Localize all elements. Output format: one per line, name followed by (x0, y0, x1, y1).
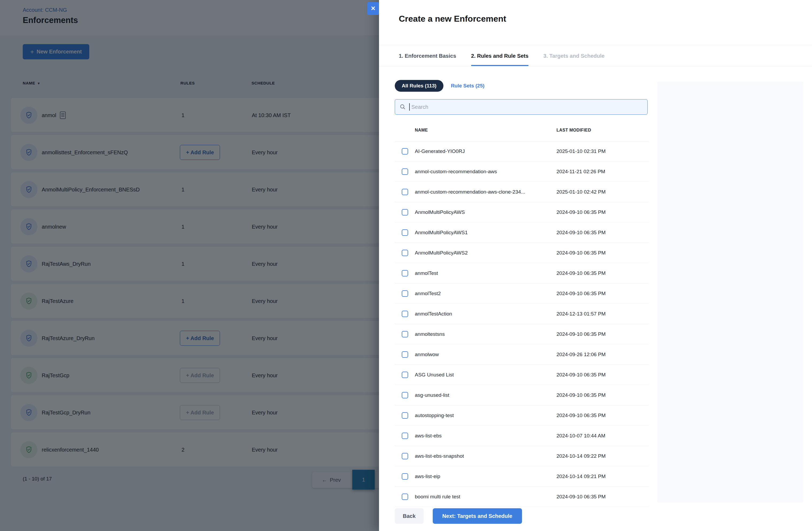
rule-row[interactable]: AnmolMultiPolicyAWS2024-09-10 06:35 PM (395, 202, 649, 223)
rule-name: asg-unused-list (415, 392, 449, 398)
text-cursor (409, 103, 410, 111)
rule-last-modified: 2024-12-13 01:57 PM (556, 311, 606, 317)
rule-name: aws-list-ebs-snapshot (415, 453, 464, 459)
rule-row[interactable]: anmoltestsns2024-09-10 06:35 PM (395, 324, 649, 344)
rule-last-modified: 2025-01-10 02:42 PM (556, 189, 606, 195)
rule-checkbox[interactable] (402, 493, 408, 500)
rule-row[interactable]: anmolwow2024-09-26 12:06 PM (395, 344, 649, 365)
rule-row[interactable]: aws-list-ebs2024-10-07 10:44 AM (395, 426, 649, 446)
search-input[interactable] (411, 104, 647, 111)
rule-checkbox[interactable] (402, 189, 408, 195)
search-icon (400, 104, 406, 110)
rule-name: ASG Unused List (415, 372, 454, 378)
drawer-footer: Back Next: Targets and Schedule (395, 508, 522, 524)
rule-last-modified: 2024-09-10 06:35 PM (556, 209, 606, 215)
rule-row[interactable]: ASG Unused List2024-09-10 06:35 PM (395, 365, 649, 385)
rule-name: AI-Generated-YIO0RJ (415, 148, 465, 154)
close-icon[interactable]: ✕ (367, 2, 379, 15)
rule-checkbox[interactable] (402, 311, 408, 317)
rules-filter-toggle: All Rules (113) Rule Sets (25) (395, 80, 484, 92)
selected-rules-panel (657, 82, 803, 503)
rule-checkbox[interactable] (402, 412, 408, 419)
rule-checkbox[interactable] (402, 169, 408, 175)
tab-targets-and-schedule[interactable]: 3. Targets and Schedule (543, 45, 605, 66)
rule-sets-link[interactable]: Rule Sets (25) (451, 83, 484, 89)
rule-last-modified: 2024-09-10 06:35 PM (556, 331, 606, 337)
rule-last-modified: 2024-09-10 06:35 PM (556, 250, 606, 256)
rule-name: autostopping-test (415, 413, 454, 418)
rule-row[interactable]: anmol-custom-recommendation-aws-clone-23… (395, 182, 649, 202)
rule-checkbox[interactable] (402, 372, 408, 378)
rule-row[interactable]: aws-list-ebs-snapshot2024-10-14 09:22 PM (395, 446, 649, 466)
rule-checkbox[interactable] (402, 433, 408, 439)
rule-name: anmolTestAction (415, 311, 452, 317)
rules-column-last-modified: LAST MODIFIED (556, 128, 591, 133)
rule-name: AnmolMultiPolicyAWS1 (415, 230, 468, 235)
rule-row[interactable]: aws-list-eip2024-10-14 09:21 PM (395, 466, 649, 487)
rule-row[interactable]: AnmolMultiPolicyAWS22024-09-10 06:35 PM (395, 243, 649, 263)
rule-last-modified: 2024-09-10 06:35 PM (556, 372, 606, 378)
rule-checkbox[interactable] (402, 453, 408, 459)
rule-name: AnmolMultiPolicyAWS2 (415, 250, 468, 256)
create-enforcement-drawer: ✕ Create a new Enforcement 1. Enforcemen… (379, 0, 812, 531)
rule-checkbox[interactable] (402, 351, 408, 358)
rule-last-modified: 2024-11-21 02:26 PM (556, 169, 605, 175)
drawer-title: Create a new Enforcement (399, 14, 506, 24)
rules-search-box (395, 99, 648, 115)
rule-checkbox[interactable] (402, 290, 408, 297)
rule-checkbox[interactable] (402, 270, 408, 276)
rule-checkbox[interactable] (402, 473, 408, 480)
rule-last-modified: 2024-09-10 06:35 PM (556, 392, 606, 398)
rule-name: anmolTest (415, 270, 438, 276)
rule-last-modified: 2024-09-26 12:06 PM (556, 351, 606, 358)
rules-list: AI-Generated-YIO0RJ2025-01-10 02:31 PMan… (395, 141, 649, 507)
rule-name: boomi multi rule test (415, 494, 460, 500)
rule-name: aws-list-eip (415, 474, 440, 479)
rule-checkbox[interactable] (402, 148, 408, 155)
rule-last-modified: 2024-09-10 06:35 PM (556, 230, 606, 235)
rule-row[interactable]: anmol-custom-recommendation-aws2024-11-2… (395, 161, 649, 182)
rule-name: AnmolMultiPolicyAWS (415, 209, 465, 215)
rule-last-modified: 2024-09-10 06:35 PM (556, 291, 606, 297)
rule-name: anmol-custom-recommendation-aws-clone-23… (415, 189, 525, 195)
rule-name: anmol-custom-recommendation-aws (415, 169, 497, 175)
rule-row[interactable]: anmolTest22024-09-10 06:35 PM (395, 283, 649, 304)
rules-list-header: NAME LAST MODIFIED (395, 123, 649, 141)
rules-column-name: NAME (415, 128, 428, 133)
tab-rules-and-rule-sets[interactable]: 2. Rules and Rule Sets (471, 45, 529, 66)
back-button[interactable]: Back (395, 508, 424, 524)
rule-last-modified: 2024-10-14 09:22 PM (556, 453, 606, 459)
rule-name: aws-list-ebs (415, 433, 441, 439)
rule-row[interactable]: asg-unused-list2024-09-10 06:35 PM (395, 385, 649, 405)
wizard-tabs: 1. Enforcement Basics 2. Rules and Rule … (399, 45, 605, 66)
rule-last-modified: 2024-09-10 06:35 PM (556, 494, 606, 500)
rule-row[interactable]: autostopping-test2024-09-10 06:35 PM (395, 405, 649, 426)
rule-last-modified: 2024-10-14 09:21 PM (556, 474, 606, 479)
rule-name: anmolTest2 (415, 291, 441, 297)
rule-row[interactable]: AnmolMultiPolicyAWS12024-09-10 06:35 PM (395, 223, 649, 243)
rule-checkbox[interactable] (402, 209, 408, 215)
rule-checkbox[interactable] (402, 229, 408, 236)
rule-last-modified: 2024-09-10 06:35 PM (556, 413, 606, 418)
rule-last-modified: 2024-09-10 06:35 PM (556, 270, 606, 276)
rule-last-modified: 2024-10-07 10:44 AM (556, 433, 605, 439)
rule-row[interactable]: anmolTest2024-09-10 06:35 PM (395, 263, 649, 283)
rule-last-modified: 2025-01-10 02:31 PM (556, 148, 606, 154)
modal-backdrop[interactable] (0, 0, 379, 531)
rule-row[interactable]: boomi multi rule test2024-09-10 06:35 PM (395, 487, 649, 507)
rule-checkbox[interactable] (402, 250, 408, 256)
rule-row[interactable]: AI-Generated-YIO0RJ2025-01-10 02:31 PM (395, 141, 649, 161)
tab-enforcement-basics[interactable]: 1. Enforcement Basics (399, 45, 456, 66)
all-rules-pill[interactable]: All Rules (113) (395, 80, 444, 92)
rule-row[interactable]: anmolTestAction2024-12-13 01:57 PM (395, 304, 649, 324)
rule-checkbox[interactable] (402, 392, 408, 398)
rule-checkbox[interactable] (402, 331, 408, 338)
next-targets-schedule-button[interactable]: Next: Targets and Schedule (433, 508, 522, 524)
rule-name: anmoltestsns (415, 331, 445, 337)
rule-name: anmolwow (415, 351, 439, 358)
